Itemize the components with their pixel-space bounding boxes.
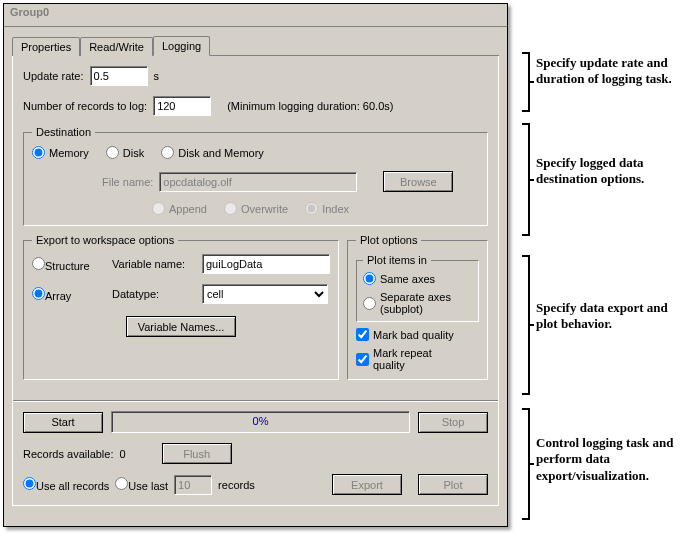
start-button[interactable]: Start bbox=[23, 412, 103, 433]
plot-group: Plot options Plot items in Same axes Sep… bbox=[347, 234, 488, 380]
use-all-radio[interactable] bbox=[23, 477, 36, 490]
brace-4 bbox=[510, 408, 530, 520]
records-hint: (Minimum logging duration: 60.0s) bbox=[227, 100, 393, 112]
mark-repeat-label: Mark repeat quality bbox=[373, 347, 465, 371]
use-last-label: Use last bbox=[128, 480, 168, 492]
var-name-label: Variable name: bbox=[112, 258, 202, 270]
brace-1 bbox=[510, 52, 530, 112]
file-overwrite-label: Overwrite bbox=[241, 203, 288, 215]
export-button: Export bbox=[332, 474, 402, 495]
tab-strip: Properties Read/Write Logging bbox=[12, 35, 499, 56]
update-rate-input[interactable] bbox=[90, 66, 148, 86]
use-last-input bbox=[174, 475, 212, 495]
datatype-label: Datatype: bbox=[112, 288, 202, 300]
plot-button: Plot bbox=[418, 474, 488, 495]
annotation-4: Control logging task and perform data ex… bbox=[536, 435, 684, 484]
mark-bad-label: Mark bad quality bbox=[373, 329, 454, 341]
separate-axes-radio[interactable] bbox=[363, 297, 376, 310]
tab-properties[interactable]: Properties bbox=[12, 37, 80, 56]
file-index-radio bbox=[305, 202, 318, 215]
flush-button: Flush bbox=[162, 443, 232, 464]
window-title: Group0 bbox=[4, 4, 507, 27]
export-array-label: Array bbox=[45, 290, 71, 302]
tab-readwrite[interactable]: Read/Write bbox=[80, 37, 153, 56]
progress-text: 0% bbox=[253, 415, 269, 427]
stop-button: Stop bbox=[418, 412, 488, 433]
records-suffix: records bbox=[218, 479, 255, 491]
annotation-3: Specify data export and plot behavior. bbox=[536, 300, 684, 333]
datatype-select[interactable]: cell bbox=[202, 284, 328, 304]
annotation-1: Specify update rate and duration of logg… bbox=[536, 55, 684, 88]
same-axes-label: Same axes bbox=[380, 273, 435, 285]
variable-names-button[interactable]: Variable Names... bbox=[126, 316, 236, 337]
use-last-radio[interactable] bbox=[115, 477, 128, 490]
file-name-input bbox=[159, 172, 357, 192]
dest-disk-radio[interactable] bbox=[106, 146, 119, 159]
dialog-window: Group0 Properties Read/Write Logging Upd… bbox=[3, 3, 508, 527]
records-input[interactable] bbox=[153, 96, 211, 116]
plot-items-legend: Plot items in bbox=[363, 254, 431, 266]
records-label: Number of records to log: bbox=[23, 100, 147, 112]
file-append-option: Append bbox=[152, 202, 207, 215]
dest-diskmem-option[interactable]: Disk and Memory bbox=[161, 146, 264, 159]
export-structure-radio[interactable] bbox=[32, 257, 45, 270]
export-array-radio[interactable] bbox=[32, 287, 45, 300]
dest-memory-option[interactable]: Memory bbox=[32, 146, 89, 159]
logging-panel: Update rate: s Number of records to log:… bbox=[12, 56, 499, 506]
progress-bar: 0% bbox=[111, 411, 410, 433]
export-structure-label: Structure bbox=[45, 260, 90, 272]
use-all-option[interactable]: Use all records bbox=[23, 477, 109, 492]
destination-legend: Destination bbox=[32, 126, 95, 138]
browse-button: Browse bbox=[383, 171, 453, 192]
file-index-option: Index bbox=[305, 202, 349, 215]
same-axes-option[interactable]: Same axes bbox=[363, 272, 458, 285]
update-rate-unit: s bbox=[154, 70, 160, 82]
dest-memory-label: Memory bbox=[49, 147, 89, 159]
file-name-label: File name: bbox=[102, 176, 153, 188]
same-axes-radio[interactable] bbox=[363, 272, 376, 285]
file-append-radio bbox=[152, 202, 165, 215]
mark-bad-check[interactable] bbox=[356, 328, 369, 341]
file-overwrite-option: Overwrite bbox=[224, 202, 288, 215]
dest-disk-label: Disk bbox=[123, 147, 144, 159]
dest-diskmem-label: Disk and Memory bbox=[178, 147, 264, 159]
mark-repeat-check[interactable] bbox=[356, 353, 369, 366]
brace-2 bbox=[510, 123, 530, 236]
plot-legend: Plot options bbox=[356, 234, 421, 246]
annotation-2: Specify logged data destination options. bbox=[536, 155, 684, 188]
use-all-label: Use all records bbox=[36, 480, 109, 492]
dest-diskmem-radio[interactable] bbox=[161, 146, 174, 159]
use-last-option[interactable]: Use last bbox=[115, 477, 168, 492]
tab-logging[interactable]: Logging bbox=[153, 36, 210, 56]
separate-axes-label: Separate axes (subplot) bbox=[380, 291, 458, 315]
file-overwrite-radio bbox=[224, 202, 237, 215]
separate-axes-option[interactable]: Separate axes (subplot) bbox=[363, 291, 458, 315]
export-group: Export to workspace options Structure Va… bbox=[23, 234, 339, 380]
mark-repeat-option[interactable]: Mark repeat quality bbox=[356, 347, 465, 371]
records-available-value: 0 bbox=[120, 448, 126, 460]
destination-group: Destination Memory Disk Disk and Memory … bbox=[23, 126, 488, 226]
file-append-label: Append bbox=[169, 203, 207, 215]
mark-bad-option[interactable]: Mark bad quality bbox=[356, 328, 465, 341]
file-index-label: Index bbox=[322, 203, 349, 215]
dest-memory-radio[interactable] bbox=[32, 146, 45, 159]
plot-items-group: Plot items in Same axes Separate axes (s… bbox=[356, 254, 479, 322]
export-legend: Export to workspace options bbox=[32, 234, 178, 246]
control-section: Start 0% Stop Records available: 0 Flush… bbox=[13, 400, 498, 505]
export-array-option[interactable]: Array bbox=[32, 287, 112, 302]
records-available-label: Records available: bbox=[23, 448, 114, 460]
export-structure-option[interactable]: Structure bbox=[32, 257, 112, 272]
update-rate-label: Update rate: bbox=[23, 70, 84, 82]
dest-disk-option[interactable]: Disk bbox=[106, 146, 144, 159]
var-name-input[interactable] bbox=[202, 254, 330, 274]
brace-3 bbox=[510, 255, 530, 395]
